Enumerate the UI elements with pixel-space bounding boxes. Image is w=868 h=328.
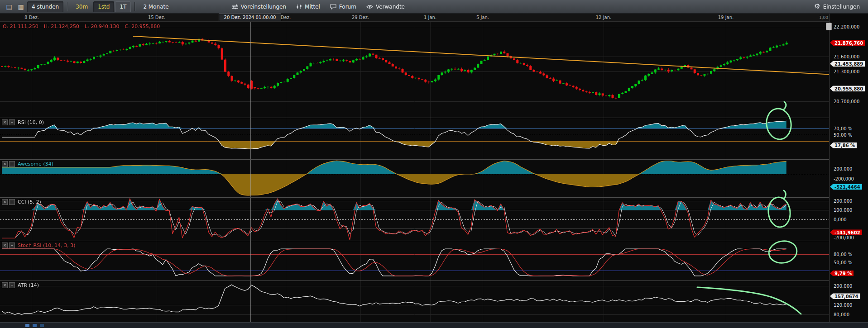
panel-separator [0, 197, 868, 198]
date-tick: 12 Jan. [596, 15, 612, 20]
price-value-badge: 20.955,880 [830, 86, 865, 91]
presets-label: Voreinstellungen [241, 4, 286, 10]
rsi-value-badge: 17,86 % [830, 143, 857, 148]
price-axis-label: 21.600,000 [834, 54, 859, 59]
bottom-toolbar [0, 322, 868, 328]
price-axis-label: 22.200,000 [834, 24, 859, 29]
stochrsi-header: ×–Stoch RSI (10, 14, 3, 3) [2, 242, 75, 248]
cci-title: CCI (5, 2) [18, 199, 41, 205]
panel-separator [0, 280, 868, 281]
stochrsi-close-button[interactable]: × [2, 242, 8, 248]
chat-bubble-icon [330, 4, 336, 10]
bottom-icon-3[interactable] [40, 324, 44, 327]
price-axis-label: 200,000 [834, 284, 852, 289]
awesome-close-button[interactable]: × [2, 161, 8, 167]
date-tick: 5 Jan. [476, 15, 489, 20]
price-axis-label: 80,000 [834, 312, 849, 317]
timeframe-button[interactable]: 4 stunden [27, 1, 63, 12]
atr-header: ×–ATR (14) [2, 282, 39, 288]
date-tick: 15 Dez. [148, 15, 165, 20]
sliders-icon [232, 4, 238, 10]
chart-canvas[interactable] [0, 0, 868, 328]
price-axis-gutter[interactable]: 22.200,00021.600,00021.300,00020.700,000… [829, 14, 868, 322]
journal-icon[interactable]: ▤ [4, 1, 14, 12]
price-axis-label: 120,000 [834, 303, 852, 308]
price-axis-label: 80,00 % [834, 252, 852, 257]
panel-separator [0, 159, 868, 160]
main-toolbar: ▤ ▦ 4 stunden 30m 1std 1T 2 Monate Vorei… [0, 0, 868, 14]
date-tick: 1 Jan. [424, 15, 436, 20]
cci-minimize-button[interactable]: – [9, 199, 15, 205]
axis-note: 1,00 [819, 15, 828, 20]
panel-separator [0, 241, 868, 241]
ohlc-close: C: 20.955,880 [125, 24, 160, 29]
cci-value-badge: -141,9602 [830, 229, 862, 235]
stochrsi-value-badge: 9,79 % [830, 271, 854, 276]
price-axis-label: 200,000 [834, 199, 852, 204]
toolbar-separator [134, 2, 135, 11]
price-value-badge: 21.876,760 [830, 40, 865, 46]
price-axis-label: 200,000 [834, 166, 852, 171]
awesome-title: Awesome (34) [18, 161, 53, 167]
awesome-minimize-button[interactable]: – [9, 161, 15, 167]
crosshair-date-tooltip: 20 Dez. 2024 01:00:00 [219, 14, 281, 21]
date-tick: 29 Dez. [352, 15, 369, 20]
price-axis-label: 21.300,000 [834, 69, 859, 74]
eye-icon [366, 5, 373, 9]
layout-icon[interactable]: ▦ [15, 1, 26, 12]
trading-chart-app: ▤ ▦ 4 stunden 30m 1std 1T 2 Monate Vorei… [0, 0, 868, 328]
price-axis-label: -200,000 [834, 235, 854, 240]
date-tick: 8 Dez. [24, 15, 39, 20]
rsi-close-button[interactable]: × [2, 119, 8, 125]
price-axis-label: -200,000 [834, 176, 854, 181]
bottom-icon-2[interactable] [33, 324, 37, 327]
rsi-minimize-button[interactable]: – [9, 119, 15, 125]
settings-button[interactable]: ⚙ Einstellungen [810, 1, 864, 12]
price-axis-label: 50,00 % [834, 133, 852, 138]
panel-separator [0, 118, 868, 118]
atr-title: ATR (14) [18, 282, 39, 288]
mittel-button[interactable]: Mittel [292, 1, 325, 12]
forum-label: Forum [339, 4, 356, 10]
price-axis-label: 0,000 [834, 217, 847, 222]
candle-chart-icon [296, 4, 302, 10]
cci-close-button[interactable]: × [2, 199, 8, 205]
mittel-label: Mittel [305, 4, 320, 10]
timeframe-1d-button[interactable]: 1T [115, 1, 131, 12]
range-button[interactable]: 2 Monate [139, 1, 173, 12]
forum-button[interactable]: Forum [326, 1, 361, 12]
price-axis-label: 70,00 % [834, 126, 852, 131]
atr-close-button[interactable]: × [2, 282, 8, 288]
settings-label: Einstellungen [823, 4, 860, 10]
toolbar-separator [67, 2, 67, 11]
price-axis-label: 20.700,000 [834, 99, 859, 104]
price-value-badge: 21.453,889 [830, 61, 865, 67]
rsi-title: RSI (10, 0) [18, 119, 44, 125]
price-axis-label: 50,00 % [834, 260, 852, 265]
bottom-icon-1[interactable] [25, 324, 29, 327]
date-tick: 19 Jan. [718, 15, 734, 20]
gear-icon: ⚙ [814, 3, 820, 10]
awesome-value-badge: -521,4464 [830, 184, 862, 190]
cci-header: ×–CCI (5, 2) [2, 199, 41, 205]
atr-value-badge: 157,0674 [830, 293, 860, 299]
rsi-header: ×–RSI (10, 0) [2, 119, 44, 125]
ohlc-low: L: 20.940,130 [85, 24, 119, 29]
timeframe-1h-button[interactable]: 1std [93, 1, 114, 12]
ohlc-open: O: 21.111,250 [3, 24, 38, 29]
axis-scroll-grip[interactable] [826, 23, 832, 30]
price-axis-label: 100,000 [834, 208, 852, 213]
ohlc-readout: O: 21.111,250 H: 21.124,250 L: 20.940,13… [3, 24, 160, 29]
stochrsi-title: Stoch RSI (10, 14, 3, 3) [18, 242, 75, 248]
atr-minimize-button[interactable]: – [9, 282, 15, 288]
date-axis[interactable]: 20 Dez. 2024 01:00:00 1,00 8 Dez.15 Dez.… [0, 14, 829, 22]
timeframe-30m-button[interactable]: 30m [71, 1, 92, 12]
ohlc-high: H: 21.124,250 [44, 24, 79, 29]
presets-button[interactable]: Voreinstellungen [228, 1, 291, 12]
verwandte-label: Verwandte [376, 4, 405, 10]
stochrsi-minimize-button[interactable]: – [9, 242, 15, 248]
date-tick: Dez. [281, 15, 291, 20]
awesome-header: ×–Awesome (34) [2, 161, 53, 167]
verwandte-button[interactable]: Verwandte [362, 1, 409, 12]
